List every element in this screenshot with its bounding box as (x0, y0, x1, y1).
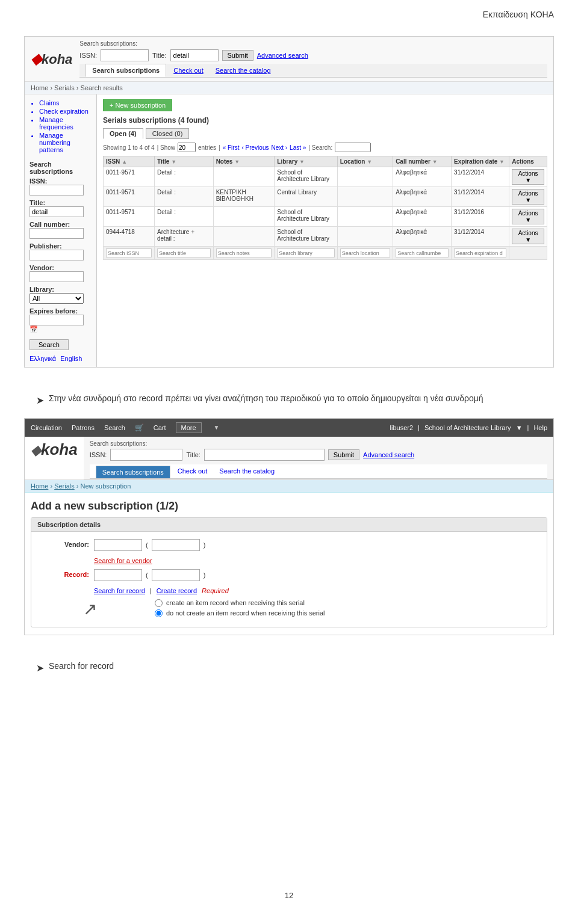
cell-issn-1: 0011-9571 (104, 167, 155, 187)
nav-circulation[interactable]: Circulation (31, 424, 62, 431)
vendor-name-input[interactable] (152, 539, 200, 551)
tab-search-subscriptions-2[interactable]: Search subscriptions (96, 466, 170, 478)
sidebar-callnum-input[interactable] (30, 228, 84, 239)
search-library-field[interactable] (277, 248, 335, 257)
cart-icon: 🛒 (135, 424, 144, 432)
search-area-2: Search subscriptions: ISSN: Title: Submi… (84, 437, 553, 479)
tab-search-catalog-1[interactable]: Search the catalog (210, 64, 277, 76)
search-expdate-field[interactable] (454, 248, 506, 257)
cell-location-2 (337, 187, 393, 207)
actions-button-3[interactable]: Actions ▼ (512, 209, 544, 224)
sidebar-issn-input[interactable] (30, 185, 84, 196)
search-vendor-link[interactable]: Search for a vendor (94, 557, 152, 564)
col-issn: ISSN ▲ (104, 156, 155, 167)
closed-tab[interactable]: Closed (0) (146, 128, 190, 139)
page-footer: 12 (0, 879, 578, 912)
sidebar-library-select[interactable]: All (30, 293, 84, 304)
vendor-input[interactable] (94, 539, 142, 551)
show-count-input[interactable] (178, 143, 196, 152)
create-record-link[interactable]: Create record (157, 587, 197, 594)
tab-check-out-1[interactable]: Check out (167, 64, 210, 76)
tab-check-out-2[interactable]: Check out (172, 465, 214, 477)
tab-search-catalog-2[interactable]: Search the catalog (213, 465, 281, 477)
library-label[interactable]: School of Architecture Library (424, 424, 511, 431)
col-expdate: Expiration date ▼ (452, 156, 509, 167)
radio-create-label: create an item record when receiving thi… (166, 599, 305, 606)
search-notes-field[interactable] (216, 248, 272, 257)
last-btn[interactable]: Last » (290, 144, 306, 151)
pipe-sep: | (219, 144, 220, 151)
search-label-2: | Search: (308, 144, 332, 151)
search-callnum-field[interactable] (396, 248, 449, 257)
search-issn-cell (104, 247, 155, 260)
table-row: 0944-4718 Architecture + detail : School… (104, 227, 547, 247)
instruction-block-2: ➤ Search for record (24, 650, 554, 686)
sidebar-publisher-input[interactable] (30, 250, 84, 260)
sidebar-expires-label: Expires before: (30, 307, 92, 315)
nav-patrons[interactable]: Patrons (72, 424, 95, 431)
search-notes-cell (213, 247, 275, 260)
search-title-field[interactable] (157, 248, 211, 257)
sidebar-title-input[interactable] (30, 206, 84, 217)
breadcrumb-serials[interactable]: Serials (54, 482, 75, 490)
sidebar-link-manage-numbering[interactable]: Manage numbering patterns (39, 132, 92, 153)
open-tab[interactable]: Open (4) (103, 128, 143, 139)
new-subscription-button[interactable]: + New subscription (103, 99, 172, 111)
table-search-input[interactable] (335, 143, 371, 152)
submit-button-1[interactable]: Submit (222, 50, 253, 61)
sidebar-link-check-expiration[interactable]: Check expiration (39, 108, 92, 115)
sidebar-vendor-input[interactable] (30, 271, 84, 282)
issn-input-1[interactable] (101, 49, 149, 61)
search-issn-field[interactable] (106, 248, 152, 257)
more-dropdown-button[interactable]: More (176, 422, 202, 433)
previous-btn[interactable]: ‹ Previous (241, 144, 269, 151)
sidebar-1: Claims Check expiration Manage frequenci… (25, 94, 97, 367)
actions-button-1[interactable]: Actions ▼ (512, 169, 544, 185)
next-btn[interactable]: Next › (271, 144, 287, 151)
radio-options-area: ↗ create an item record when receiving t… (77, 599, 537, 620)
radio-options: create an item record when receiving thi… (102, 599, 325, 620)
col-actions: Actions (509, 156, 547, 167)
advanced-search-button-1[interactable]: Advanced search (257, 52, 308, 59)
vendor-label: Vendor: (41, 539, 89, 548)
title-input-2[interactable] (204, 449, 325, 461)
sidebar-search-button[interactable]: Search (30, 339, 69, 350)
first-btn[interactable]: « First (223, 144, 240, 151)
radio-create-item[interactable] (155, 599, 163, 607)
sidebar-link-claims[interactable]: Claims (39, 99, 92, 106)
sidebar-library-label: Library: (30, 286, 92, 293)
sidebar-field-library: Library: All (30, 286, 92, 304)
actions-button-4[interactable]: Actions ▼ (512, 229, 544, 244)
cell-actions-4: Actions ▼ (509, 227, 547, 247)
sidebar-expires-input[interactable] (30, 315, 84, 325)
nav-cart[interactable]: Cart (154, 424, 166, 431)
lang-greek[interactable]: Ελληνικά (30, 355, 56, 362)
lang-english[interactable]: English (60, 355, 82, 362)
issn-input-2[interactable] (110, 449, 182, 461)
dropdown-arrow-icon: ▼ (214, 424, 220, 431)
breadcrumb-home[interactable]: Home (31, 482, 48, 490)
record-input[interactable] (94, 569, 142, 581)
advanced-search-button-2[interactable]: Advanced search (363, 451, 414, 458)
radio-no-create-item[interactable] (155, 609, 163, 617)
nav-search[interactable]: Search (104, 424, 125, 431)
vendor-input-group: ( ) (94, 539, 537, 551)
cell-notes-1 (213, 167, 275, 187)
title-input-1[interactable] (170, 49, 219, 61)
calendar-icon-1[interactable]: 📅 (30, 325, 38, 333)
sidebar-issn-label: ISSN: (30, 177, 92, 185)
sidebar-field-title: Title: (30, 199, 92, 217)
search-for-record-link[interactable]: Search for record (94, 587, 145, 594)
table-header-row: ISSN ▲ Title ▼ Notes ▼ Library ▼ Locatio… (104, 156, 547, 167)
sidebar-link-manage-frequencies[interactable]: Manage frequencies (39, 116, 92, 131)
cell-library-1: School of Architecture Library (275, 167, 338, 187)
sidebar-main-1: Claims Check expiration Manage frequenci… (25, 94, 553, 367)
submit-button-2[interactable]: Submit (328, 449, 359, 460)
issn-label-1: ISSN: (79, 52, 97, 59)
record-name-input[interactable] (152, 569, 200, 581)
tab-search-subscriptions-1[interactable]: Search subscriptions (85, 64, 166, 77)
search-location-field[interactable] (340, 248, 390, 257)
actions-button-2[interactable]: Actions ▼ (512, 189, 544, 205)
koha-logo-2: ◆koha (25, 437, 84, 479)
help-link[interactable]: Help (533, 424, 547, 431)
